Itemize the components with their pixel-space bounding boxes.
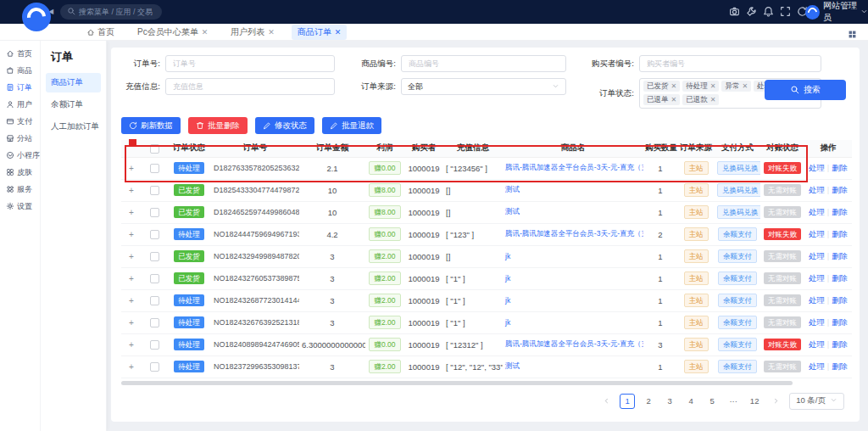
row-checkbox[interactable] [150, 208, 159, 217]
submenu-item-余额订单[interactable]: 余额订单 [46, 95, 101, 115]
toolbar-button-刷新数据[interactable]: 刷新数据 [121, 117, 181, 134]
product-link[interactable]: jk [505, 318, 510, 327]
grid-icon[interactable] [848, 27, 857, 42]
expand-row-button[interactable]: + [129, 274, 134, 283]
close-icon[interactable]: ✕ [335, 28, 342, 36]
row-action-process[interactable]: 处理 [809, 185, 825, 194]
row-action-process[interactable]: 处理 [809, 361, 825, 371]
prev-page-button[interactable] [598, 394, 614, 409]
row-action-process[interactable]: 处理 [809, 207, 825, 216]
expand-row-button[interactable]: + [129, 252, 134, 261]
row-checkbox[interactable] [150, 340, 159, 350]
page-2[interactable]: 2 [641, 394, 656, 409]
expand-row-button[interactable]: + [129, 340, 134, 350]
expand-row-button[interactable]: + [129, 318, 134, 327]
user-menu[interactable]: 网站管理员 [805, 3, 868, 20]
product-link[interactable]: 腾讯-腾讯加速器全平台会员-3天-元-直充（充QQ号） [505, 339, 643, 348]
close-icon[interactable]: ✕ [710, 82, 716, 90]
row-action-process[interactable]: 处理 [809, 339, 825, 349]
submenu-item-人工加款订单[interactable]: 人工加款订单 [46, 117, 101, 137]
expand-row-button[interactable]: + [129, 208, 134, 217]
toolbar-button-批量删除[interactable]: 批量删除 [188, 117, 248, 134]
global-search-input[interactable]: 搜索菜单 / 应用 / 交易 [60, 4, 162, 20]
expand-row-button[interactable]: + [129, 164, 134, 173]
row-action-process[interactable]: 处理 [809, 273, 825, 283]
tab-商品订单[interactable]: 商品订单✕ [292, 25, 348, 40]
status-chip[interactable]: 已退款✕ [682, 94, 719, 105]
product-link[interactable]: 腾讯-腾讯加速器全平台会员-3天-元-直充（充QQ号） [505, 229, 643, 238]
sidebar-item-小程序[interactable]: 小程序 [0, 147, 40, 164]
charge-info-input[interactable] [165, 78, 335, 95]
product-link[interactable]: jk [505, 252, 510, 260]
order-no-input[interactable] [165, 55, 335, 72]
toolbar-button-修改状态[interactable]: 修改状态 [255, 117, 314, 134]
product-link[interactable]: jk [505, 296, 510, 305]
row-checkbox[interactable] [150, 164, 159, 173]
row-checkbox[interactable] [150, 186, 159, 195]
row-action-process[interactable]: 处理 [809, 229, 825, 238]
sidebar-item-首页[interactable]: 首页 [0, 45, 40, 62]
toolbar-button-批量退款[interactable]: 批量退款 [322, 117, 381, 134]
status-chip[interactable]: 已发货✕ [643, 81, 680, 92]
select-all-checkbox[interactable] [150, 144, 159, 154]
topbar-fullscreen-icon[interactable] [780, 6, 791, 17]
row-action-process[interactable]: 处理 [809, 295, 825, 305]
sidebar-item-皮肤[interactable]: 皮肤 [0, 164, 40, 181]
search-button[interactable]: 搜索 [765, 80, 846, 100]
product-link[interactable]: 测试 [505, 361, 520, 370]
submenu-item-商品订单[interactable]: 商品订单 [46, 73, 101, 92]
topbar-camera-icon[interactable] [729, 6, 740, 17]
expand-row-button[interactable]: + [129, 296, 134, 305]
next-page-button[interactable] [768, 394, 783, 409]
page-4[interactable]: 4 [683, 394, 698, 409]
order-source-select[interactable]: 全部 [401, 78, 566, 95]
page-3[interactable]: 3 [662, 394, 677, 409]
close-icon[interactable]: ✕ [671, 82, 677, 90]
sidebar-item-支付[interactable]: 支付 [0, 113, 40, 130]
row-checkbox[interactable] [150, 318, 159, 327]
row-action-process[interactable]: 处理 [809, 163, 825, 172]
sidebar-item-订单[interactable]: 订单 [0, 79, 40, 96]
row-action-delete[interactable]: 删除 [832, 273, 848, 283]
row-action-delete[interactable]: 删除 [832, 163, 848, 172]
status-chip[interactable]: 待处理✕ [682, 81, 719, 92]
product-link[interactable]: 腾讯-腾讯加速器全平台会员-3天-元-直充（充QQ号） [505, 163, 643, 171]
product-link[interactable]: 测试 [505, 185, 520, 193]
row-checkbox[interactable] [150, 296, 159, 305]
expand-row-button[interactable]: + [129, 230, 134, 239]
product-link[interactable]: jk [505, 274, 510, 283]
topbar-tool-icon[interactable] [746, 6, 757, 17]
row-checkbox[interactable] [150, 362, 159, 372]
row-action-delete[interactable]: 删除 [832, 339, 848, 349]
row-checkbox[interactable] [150, 230, 159, 239]
close-icon[interactable]: ✕ [742, 82, 748, 90]
status-chip[interactable]: 异常✕ [721, 81, 751, 92]
close-icon[interactable]: ✕ [202, 28, 209, 36]
row-action-delete[interactable]: 删除 [832, 361, 848, 371]
row-checkbox[interactable] [150, 274, 159, 283]
close-icon[interactable]: ✕ [268, 28, 275, 36]
page-size-select[interactable]: 10 条/页 [789, 393, 844, 410]
expand-row-button[interactable]: + [129, 186, 134, 195]
expand-row-button[interactable]: + [129, 362, 134, 372]
row-action-delete[interactable]: 删除 [832, 251, 848, 260]
product-link[interactable]: 测试 [505, 207, 520, 216]
page-1[interactable]: 1 [620, 394, 635, 409]
sidebar-item-用户[interactable]: 用户 [0, 96, 40, 113]
row-action-delete[interactable]: 删除 [832, 207, 848, 216]
sidebar-item-分站[interactable]: 分站 [0, 130, 40, 147]
row-action-process[interactable]: 处理 [809, 317, 825, 327]
status-chip[interactable]: 已退单✕ [643, 94, 680, 105]
row-action-delete[interactable]: 删除 [832, 185, 848, 194]
row-checkbox[interactable] [150, 252, 159, 261]
tab-Pc会员中心菜单[interactable]: Pc会员中心菜单✕ [131, 25, 214, 40]
row-action-delete[interactable]: 删除 [832, 295, 848, 305]
close-icon[interactable]: ✕ [671, 96, 677, 104]
row-action-process[interactable]: 处理 [809, 251, 825, 260]
topbar-bell-icon[interactable] [763, 6, 774, 17]
sidebar-item-商品[interactable]: 商品 [0, 62, 40, 79]
sidebar-item-服务[interactable]: 服务 [0, 181, 40, 198]
row-action-delete[interactable]: 删除 [832, 317, 848, 327]
buyer-no-input[interactable] [639, 55, 821, 72]
page-5[interactable]: 5 [704, 394, 720, 409]
